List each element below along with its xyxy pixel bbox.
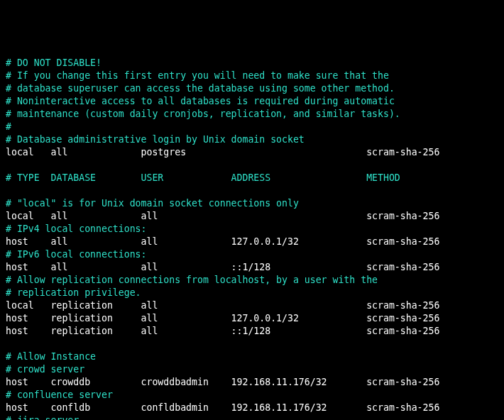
- config-line: [6, 184, 498, 197]
- config-line: host all all 127.0.0.1/32 scram-sha-256: [6, 236, 498, 248]
- config-line: # Noninteractive access to all databases…: [6, 95, 498, 108]
- config-line: #: [6, 121, 498, 133]
- config-line: host replication all 127.0.0.1/32 scram-…: [6, 312, 498, 325]
- config-line: # If you change this first entry you wil…: [6, 70, 498, 82]
- config-line: # replication privilege.: [6, 287, 498, 299]
- config-line: local all all scram-sha-256: [6, 210, 498, 223]
- config-line: [6, 338, 498, 350]
- config-line: # crowd server: [6, 363, 498, 376]
- config-line: # IPv6 local connections:: [6, 248, 498, 261]
- config-line: local replication all scram-sha-256: [6, 299, 498, 312]
- config-line: # IPv4 local connections:: [6, 223, 498, 236]
- config-line: host confldb confldbadmin 192.168.11.176…: [6, 402, 498, 414]
- config-line: host crowddb crowddbadmin 192.168.11.176…: [6, 376, 498, 389]
- config-line: # confluence server: [6, 389, 498, 402]
- config-line: # maintenance (custom daily cronjobs, re…: [6, 108, 498, 121]
- config-line: # Allow Instance: [6, 350, 498, 363]
- config-line: [6, 159, 498, 172]
- pg-hba-config-text: # DO NOT DISABLE!# If you change this fi…: [6, 57, 498, 420]
- config-line: host all all ::1/128 scram-sha-256: [6, 261, 498, 274]
- config-line: # jira server: [6, 414, 498, 420]
- config-line: # TYPE DATABASE USER ADDRESS METHOD: [6, 172, 498, 184]
- config-line: # Database administrative login by Unix …: [6, 133, 498, 146]
- config-line: host replication all ::1/128 scram-sha-2…: [6, 325, 498, 338]
- config-line: # "local" is for Unix domain socket conn…: [6, 197, 498, 210]
- config-line: local all postgres scram-sha-256: [6, 146, 498, 159]
- config-line: # DO NOT DISABLE!: [6, 57, 498, 70]
- config-line: # Allow replication connections from loc…: [6, 274, 498, 287]
- config-line: # database superuser can access the data…: [6, 82, 498, 95]
